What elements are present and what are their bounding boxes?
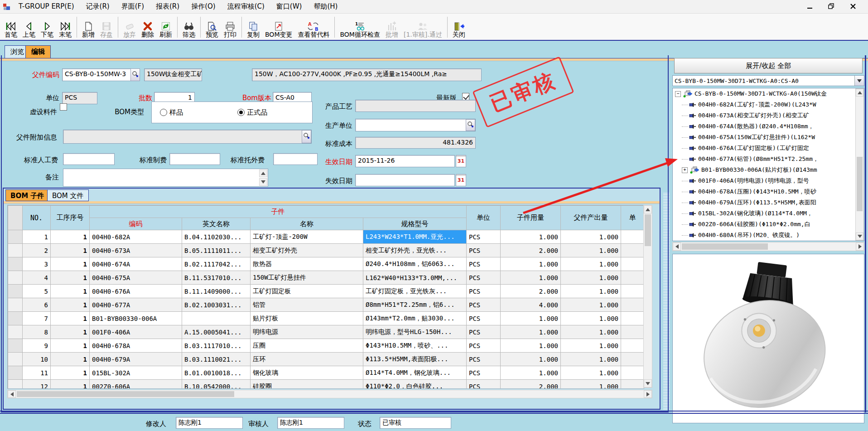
- cell-extra[interactable]: [621, 257, 644, 271]
- menu-item-1[interactable]: 记录(R): [80, 0, 116, 13]
- bom-version-selector[interactable]: CS-BYB-0-150MW-30D71-WCTKG-A0:CS-A0: [672, 75, 864, 86]
- cell-code[interactable]: 004H0-675A: [90, 271, 182, 285]
- tree-node[interactable]: 015BL-302A(钢化玻璃)(Ø114*T4.0MM，: [673, 208, 864, 219]
- parent-code-field[interactable]: CS-BYB-0-150MW-3: [62, 68, 131, 81]
- toolbar-preview-button[interactable]: 预览: [203, 18, 221, 39]
- virtual-checkbox[interactable]: [60, 103, 67, 111]
- cell-unit[interactable]: PCS: [467, 366, 501, 380]
- remark-field[interactable]: [63, 169, 268, 187]
- scroll-down-arrow[interactable]: [856, 232, 863, 240]
- cell-parent-qty[interactable]: 1.000: [561, 298, 621, 312]
- cell-code[interactable]: 001F0-406A: [90, 325, 182, 339]
- menu-item-5[interactable]: 流程审核(C): [222, 0, 270, 13]
- cell-unit[interactable]: PCS: [467, 285, 501, 298]
- cell-qty[interactable]: 2.000: [501, 380, 561, 389]
- cell-code[interactable]: 004H0-678A: [90, 339, 182, 353]
- toolbar-new-button[interactable]: 新增: [79, 18, 97, 39]
- tree-collapse-toggle[interactable]: −: [675, 91, 681, 97]
- cell-code[interactable]: 002Z0-606A: [90, 380, 182, 389]
- cell-en-name[interactable]: [182, 312, 251, 325]
- row-indicator[interactable]: [8, 353, 23, 366]
- cell-spec[interactable]: Ø8mm*H51*T2.25mm，铝6...: [363, 298, 467, 312]
- toolbar-bomloop-button[interactable]: 1BOM循环检查: [337, 18, 382, 39]
- cell-unit[interactable]: PCS: [467, 325, 501, 339]
- cell-parent-qty[interactable]: 1.000: [561, 380, 621, 389]
- cell-en-name[interactable]: B.03.1117010...: [182, 339, 251, 353]
- remark-scroll-up[interactable]: [259, 169, 267, 177]
- tab-edit[interactable]: 编辑: [25, 45, 51, 58]
- cell-unit[interactable]: PCS: [467, 380, 501, 389]
- cell-code[interactable]: 004H0-676A: [90, 285, 182, 298]
- cell-no[interactable]: 9: [23, 339, 51, 353]
- scrollbar-thumb[interactable]: [17, 391, 234, 397]
- cell-seq[interactable]: 1: [51, 230, 90, 244]
- row-indicator[interactable]: [8, 244, 23, 257]
- cell-spec[interactable]: Φ113.5*H5MM,表面阳极...: [363, 353, 467, 366]
- minimize-button[interactable]: [802, 1, 817, 12]
- toolbar-refresh-button[interactable]: 刷新: [157, 18, 175, 39]
- cell-extra[interactable]: [621, 312, 644, 325]
- cell-spec[interactable]: Φ110*Φ2.0，白色硅胶...: [363, 380, 467, 389]
- menu-item-7[interactable]: 帮助(H): [308, 0, 343, 13]
- cell-extra[interactable]: [621, 244, 644, 257]
- cell-no[interactable]: 12: [23, 380, 51, 389]
- effective-field[interactable]: 2015-11-26: [355, 155, 455, 167]
- cell-seq[interactable]: 1: [51, 271, 90, 285]
- tree-node[interactable]: 004H0-677A(铝管)(Ø8mm*H51*T2.25mm，: [673, 154, 864, 165]
- table-row[interactable]: 71B01-BYB00330-006A贴片灯板Ø143mm*T2.0mm，贴30…: [8, 312, 644, 325]
- bom-type-option-0[interactable]: 样品: [160, 108, 183, 117]
- cell-qty[interactable]: 1.000: [501, 230, 561, 244]
- toolbar-substitute-button[interactable]: AB查看替代料: [295, 18, 332, 39]
- menu-item-2[interactable]: 界面(F): [116, 0, 150, 13]
- cell-parent-qty[interactable]: 1.000: [561, 285, 621, 298]
- tree-node[interactable]: 004H0-680A(吊环)(M20、铁度镍。): [673, 230, 864, 241]
- row-indicator[interactable]: [8, 366, 23, 380]
- cell-spec[interactable]: L243*W243*T1.0MM.亚光...: [363, 230, 467, 244]
- cell-seq[interactable]: 1: [51, 380, 90, 389]
- cell-no[interactable]: 5: [23, 285, 51, 298]
- table-row[interactable]: 91004H0-678AB.03.1117010...压圈Φ143*H10.5M…: [8, 339, 644, 353]
- cell-spec[interactable]: Ø143mm*T2.0mm，贴3030...: [363, 312, 467, 325]
- tree-node[interactable]: 004H0-682A(工矿灯-顶盖-200W)(L243*W: [673, 99, 864, 110]
- scroll-up-arrow[interactable]: [644, 205, 652, 213]
- cell-name[interactable]: 铝管: [251, 298, 363, 312]
- cell-no[interactable]: 1: [23, 230, 51, 244]
- cell-code[interactable]: 004H0-682A: [90, 230, 182, 244]
- cell-code[interactable]: 004H0-674A: [90, 257, 182, 271]
- scroll-left-arrow[interactable]: [8, 390, 16, 398]
- tree-node[interactable]: 004H0-678A(压圈)(Φ143*H10.5MM，喷砂: [673, 186, 864, 197]
- cell-code[interactable]: B01-BYB00330-006A: [90, 312, 182, 325]
- cell-qty[interactable]: 1.000: [501, 339, 561, 353]
- cell-spec[interactable]: Ø114*T4.0MM，钢化玻璃...: [363, 366, 467, 380]
- menu-item-4[interactable]: 操作(O): [185, 0, 222, 13]
- cell-spec[interactable]: L162*W40*H133*T3.0MM,...: [363, 271, 467, 285]
- cell-name[interactable]: 钢化玻璃: [251, 366, 363, 380]
- table-vertical-scrollbar[interactable]: [643, 205, 652, 388]
- cell-unit[interactable]: PCS: [467, 312, 501, 325]
- table-horizontal-scrollbar[interactable]: [7, 390, 652, 398]
- scroll-left-arrow[interactable]: [673, 242, 681, 251]
- prod-unit-lookup-button[interactable]: [466, 119, 475, 131]
- cell-qty[interactable]: 2.000: [501, 244, 561, 257]
- prod-unit-field[interactable]: [355, 119, 476, 131]
- cell-no[interactable]: 8: [23, 325, 51, 339]
- table-row[interactable]: 101004H0-679AB.03.1110021...压环Φ113.5*H5M…: [8, 353, 644, 366]
- close-button[interactable]: [845, 1, 861, 12]
- tree-node[interactable]: +B01-BYB00330-006A(贴片灯板)(Ø143mm: [673, 165, 864, 175]
- cell-qty[interactable]: 1.000: [501, 271, 561, 285]
- tree-node[interactable]: 004H0-676A(工矿灯固定板)(工矿灯固定: [673, 143, 864, 154]
- cell-name[interactable]: 硅胶圈: [251, 380, 363, 389]
- cell-no[interactable]: 6: [23, 298, 51, 312]
- parent-extra-lookup-button[interactable]: [302, 130, 311, 143]
- toolbar-delete-button[interactable]: 删除: [139, 18, 157, 39]
- scroll-right-arrow[interactable]: [856, 242, 864, 251]
- std-labor-field[interactable]: [63, 153, 115, 165]
- tree-node[interactable]: 001F0-406A(明纬电源)(明纬电源，型号: [673, 175, 864, 186]
- cell-name[interactable]: 工矿灯固定板: [251, 285, 363, 298]
- cell-seq[interactable]: 1: [51, 298, 90, 312]
- cell-unit[interactable]: PCS: [467, 271, 501, 285]
- cell-seq[interactable]: 1: [51, 312, 90, 325]
- restore-button[interactable]: [824, 1, 839, 12]
- dropdown-button[interactable]: [854, 76, 864, 86]
- cell-extra[interactable]: [621, 285, 644, 298]
